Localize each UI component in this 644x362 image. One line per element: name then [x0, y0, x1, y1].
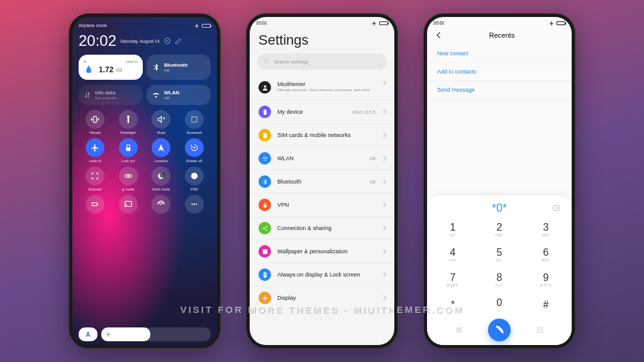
key-3[interactable]: 3DEF [523, 217, 569, 242]
search-icon [264, 58, 270, 65]
svg-point-29 [541, 327, 543, 329]
sun-icon [105, 331, 111, 337]
quick-tile-scanner[interactable]: Scanner [79, 167, 112, 191]
quick-tile-flashlight[interactable]: Flashlight [112, 110, 145, 134]
settings-row[interactable]: Display [250, 287, 394, 310]
settings-row[interactable]: WLANOff [250, 147, 394, 170]
settings-row[interactable]: Always-on display & Lock screen [250, 263, 394, 287]
key-4[interactable]: 4GHI [430, 242, 476, 267]
svg-point-21 [266, 226, 267, 227]
key-0[interactable]: 0+ [476, 292, 523, 317]
svg-rect-23 [262, 249, 267, 253]
svg-point-32 [541, 329, 543, 331]
svg-rect-3 [194, 147, 195, 148]
quick-tile-battery[interactable] [79, 195, 112, 216]
quick-tile-hotspot[interactable] [145, 195, 178, 216]
backspace-icon[interactable] [552, 204, 560, 212]
dialer-option[interactable]: New contact [427, 45, 572, 63]
svg-point-28 [540, 327, 541, 329]
settings-row[interactable]: BluetoothOff [250, 170, 394, 194]
date: Saturday, August 14 [120, 39, 160, 43]
quick-tile-rotate[interactable]: Rotate off [178, 138, 211, 163]
auto-brightness-button[interactable]: A [79, 327, 97, 341]
wlan-tile[interactable]: WLANOff [147, 85, 211, 105]
key-2[interactable]: 2ABC [476, 217, 523, 242]
quick-grid: VibrateFlashlightMuteScreenshnode AiLock… [79, 110, 211, 216]
page-title: Settings [250, 26, 394, 53]
svg-rect-1 [192, 117, 197, 122]
svg-point-6 [160, 173, 165, 178]
quick-tile-lock[interactable]: Lock scr [112, 138, 145, 163]
bluetooth-icon [152, 63, 160, 72]
key-8[interactable]: 8TUV [476, 267, 523, 292]
key-5[interactable]: 5JKL [476, 242, 523, 267]
dialer-option[interactable]: Send message [427, 81, 572, 99]
search-input[interactable]: Search settings [257, 53, 387, 70]
svg-point-4 [127, 175, 130, 177]
dial-entry: *0* [492, 202, 507, 215]
phone-icon [494, 325, 504, 335]
wifi-icon [152, 90, 160, 99]
svg-rect-2 [126, 147, 130, 151]
svg-point-25 [264, 273, 265, 275]
svg-rect-7 [92, 203, 97, 206]
quick-tile-screenshot[interactable]: Screensh [178, 110, 211, 134]
status-right [194, 23, 211, 28]
settings-row[interactable]: Connection & sharing [250, 217, 394, 240]
settings-row[interactable]: SIM cards & mobile networks [250, 124, 394, 147]
svg-point-27 [537, 327, 538, 329]
svg-point-0 [167, 41, 167, 41]
status-left: Airplane mode [79, 23, 107, 28]
svg-point-31 [540, 329, 541, 331]
data-usage-tile[interactable]: thUsed to 1.72 GB [79, 55, 143, 80]
status-time: 20:02 [433, 21, 445, 26]
key-9[interactable]: 9WXYZ [523, 267, 569, 292]
svg-point-10 [160, 204, 162, 205]
svg-point-20 [262, 228, 264, 229]
status-time: 20:02 [256, 21, 267, 26]
quick-tile-darkmode[interactable]: Dark mode [145, 167, 178, 191]
brightness-slider[interactable] [101, 327, 211, 341]
quick-tile-airplane[interactable]: node Ai [79, 138, 112, 163]
quick-tile-dnd[interactable]: DND [178, 167, 211, 191]
key-*[interactable]: * [430, 292, 476, 317]
page-title: Recents [440, 31, 564, 39]
settings-row[interactable]: Wallpaper & personalization [250, 240, 394, 263]
quick-tile-more[interactable] [178, 195, 211, 216]
dialer-option[interactable]: Add to contacts [427, 63, 572, 81]
mobile-data-tile[interactable]: bile dataNot available [79, 85, 143, 105]
dialpad: *0* 1QO2ABC3DEF4GHI5JKL6MNO7PQRS8TUV9WXY… [427, 195, 572, 345]
dialpad-toggle[interactable] [511, 326, 569, 334]
quick-tile-mute[interactable]: Mute [145, 110, 178, 134]
airplane-icon [194, 23, 199, 28]
edit-icon[interactable] [175, 37, 182, 45]
svg-point-26 [264, 297, 267, 300]
chevron-right-icon [381, 80, 386, 85]
user-icon [262, 84, 269, 91]
svg-point-12 [194, 204, 195, 205]
svg-point-22 [266, 229, 267, 231]
settings-icon[interactable] [164, 37, 171, 45]
settings-row[interactable]: My deviceMIUI 12.5.5 [250, 101, 394, 124]
menu-button[interactable] [430, 326, 488, 334]
key-6[interactable]: 6MNO [523, 242, 569, 267]
airplane-icon [549, 21, 554, 26]
account-row[interactable]: MiuithemerManage accounts, cloud service… [250, 75, 394, 101]
svg-point-34 [540, 332, 541, 333]
svg-rect-19 [264, 204, 267, 207]
key-#[interactable]: # [523, 292, 569, 317]
quick-tile-location[interactable]: Location [145, 138, 178, 163]
svg-point-33 [537, 332, 538, 333]
bluetooth-tile[interactable]: BluetoothOff [147, 55, 211, 80]
settings-row[interactable]: VPN [250, 194, 394, 217]
airplane-icon [372, 21, 377, 26]
key-7[interactable]: 7PQRS [430, 267, 476, 292]
quick-tile-eye[interactable]: g mode [112, 167, 145, 191]
svg-point-14 [107, 333, 109, 335]
quick-tile-vibrate[interactable]: Vibrate [79, 110, 112, 134]
svg-point-16 [264, 85, 266, 87]
quick-tile-cast[interactable] [112, 195, 145, 216]
key-1[interactable]: 1QO [430, 217, 476, 242]
clock: 20:02 [79, 32, 116, 50]
call-button[interactable] [488, 319, 511, 341]
